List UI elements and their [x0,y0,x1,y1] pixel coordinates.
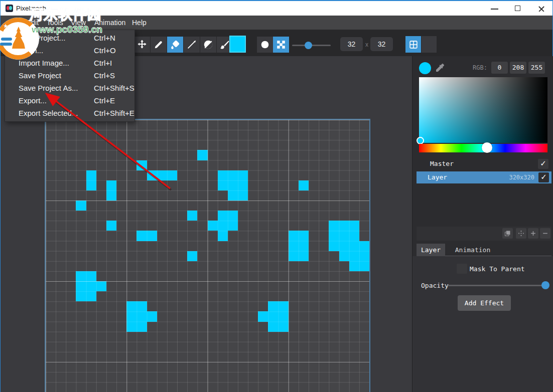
pixel-cell[interactable] [147,170,157,180]
current-color-swatch[interactable] [229,36,246,53]
opacity-slider[interactable] [448,285,545,286]
saturation-value-picker[interactable] [419,77,547,143]
pixel-cell[interactable] [218,180,228,190]
pixel-cell[interactable] [289,231,299,241]
eyedropper-button[interactable] [434,62,446,74]
canvas-width-input[interactable] [340,37,363,51]
pixel-cell[interactable] [238,190,248,201]
brush-shape-circle-button[interactable] [257,37,273,53]
pixel-cell[interactable] [349,221,359,231]
hue-selector[interactable] [482,142,492,153]
tab-animation[interactable]: Animation [445,244,500,256]
rgb-r-input[interactable]: 0 [491,62,508,74]
pixel-cell[interactable] [197,150,207,160]
pixel-cell[interactable] [359,241,369,251]
pixel-cell[interactable] [329,221,339,231]
tab-layer[interactable]: Layer [417,244,445,256]
pixel-cell[interactable] [228,211,238,221]
rgb-b-input[interactable]: 255 [528,62,545,74]
menu-item-save-project[interactable]: Save ProjectCtrl+S [5,69,134,82]
pixel-cell[interactable] [106,180,116,190]
pixel-cell[interactable] [86,281,96,291]
pixel-cell[interactable] [136,311,147,321]
pixel-cell[interactable] [339,251,349,261]
shade-tool-button[interactable] [200,37,216,53]
pixel-cell[interactable] [208,221,218,231]
pixel-cell[interactable] [76,291,86,301]
pixel-cell[interactable] [157,170,167,180]
pixel-cell[interactable] [238,180,248,190]
pixel-cell[interactable] [126,301,136,311]
pixel-cell[interactable] [299,180,309,190]
pixel-cell[interactable] [187,251,197,261]
pixel-cell[interactable] [147,231,157,241]
pixel-cell[interactable] [289,251,299,261]
pixel-cell[interactable] [268,301,278,311]
pixel-cell[interactable] [136,322,147,332]
pixel-cell[interactable] [96,281,106,291]
pixel-cell[interactable] [228,221,238,231]
minimize-button[interactable] [484,1,506,16]
pixel-cell[interactable] [329,231,339,241]
move-tool-button[interactable] [134,37,150,53]
brush-shape-dither-button[interactable] [273,37,289,53]
pixel-cell[interactable] [349,231,359,241]
grid-toggle-on-button[interactable] [405,36,421,53]
pixel-cell[interactable] [106,190,116,201]
group-layer-button[interactable] [516,228,526,239]
brush-size-slider-handle[interactable] [305,42,312,49]
fill-tool-button[interactable] [167,37,183,53]
close-button[interactable] [530,1,552,16]
remove-layer-button[interactable] [540,228,550,239]
add-layer-button[interactable] [528,228,538,239]
pixel-cell[interactable] [86,291,96,301]
rgb-g-input[interactable]: 208 [510,62,526,74]
layer-visibility-checkbox[interactable]: ✓ [538,172,549,182]
pixel-cell[interactable] [106,221,116,231]
pixel-cell[interactable] [136,301,147,311]
pixel-cell[interactable] [359,261,369,271]
pixel-cell[interactable] [339,241,349,251]
pixel-cell[interactable] [76,271,86,281]
pixel-cell[interactable] [359,251,369,261]
master-visibility-checkbox[interactable]: ✓ [538,159,548,169]
maximize-button[interactable] [507,1,529,16]
pixel-cell[interactable] [126,322,136,332]
pixel-cell[interactable] [279,322,289,332]
pixel-cell[interactable] [299,241,309,251]
pixel-cell[interactable] [228,170,238,180]
pixel-cell[interactable] [279,311,289,321]
pixel-cell[interactable] [339,221,349,231]
pixel-cell[interactable] [86,180,96,190]
pixel-cell[interactable] [218,170,228,180]
menubar-item-help[interactable]: Help [132,19,147,27]
pixel-cell[interactable] [329,241,339,251]
pixel-cell[interactable] [218,221,228,231]
pixel-cell[interactable] [187,211,197,221]
pixel-cell[interactable] [218,231,228,241]
pixel-cell[interactable] [238,170,248,180]
duplicate-layer-button[interactable] [502,228,513,239]
pixel-cell[interactable] [268,311,278,321]
line-tool-button[interactable] [184,37,200,53]
pixel-cell[interactable] [258,311,268,321]
pixel-cell[interactable] [349,261,359,271]
mask-to-parent-checkbox[interactable] [457,264,467,274]
pixel-cell[interactable] [339,231,349,241]
pixel-cell[interactable] [279,301,289,311]
current-color-circle[interactable] [419,62,431,74]
menu-item-export[interactable]: Export...Ctrl+E [5,94,134,107]
pixel-cell[interactable] [167,170,177,180]
pixel-cell[interactable] [299,231,309,241]
pixel-canvas[interactable] [45,119,370,392]
pixel-cell[interactable] [86,271,96,281]
menu-item-export-selected[interactable]: Export Selected...Ctrl+Shift+E [5,107,134,119]
add-effect-button[interactable]: Add Effect [458,295,511,311]
grid-toggle-off-button[interactable] [422,36,437,53]
pixel-cell[interactable] [218,211,228,221]
opacity-slider-handle[interactable] [541,281,549,289]
pixel-cell[interactable] [86,170,96,180]
pixel-cell[interactable] [299,251,309,261]
pencil-tool-button[interactable] [151,37,167,53]
pixel-cell[interactable] [268,322,278,332]
